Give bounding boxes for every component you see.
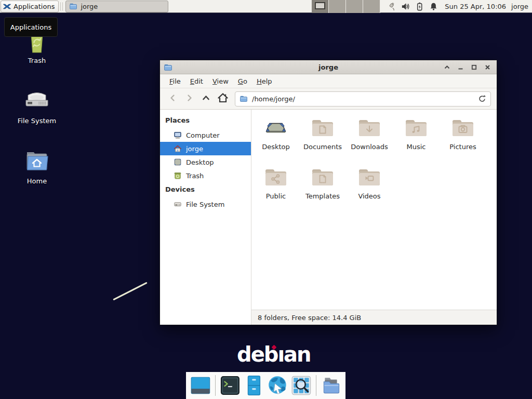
home-place-icon [174,144,182,153]
file-item-videos[interactable]: Videos [346,164,393,213]
workspace-1[interactable] [312,0,329,13]
files-folder-icon[interactable] [320,375,342,396]
window-taskbar: jorge [64,1,312,12]
menu-item-go[interactable]: Go [233,75,252,87]
taskbar-button-label: jorge [81,3,98,10]
network-icon[interactable] [387,2,396,11]
sidebar-item-label: File System [186,201,224,208]
file-item-desktop[interactable]: Desktop [252,114,299,164]
desktop-icon-home[interactable]: Home [7,148,66,185]
forward-icon [185,94,193,104]
menu-item-edit[interactable]: Edit [185,75,208,87]
maximize-button[interactable] [471,64,477,71]
sidebar-item-jorge[interactable]: jorge [160,142,251,155]
xfce-logo-icon [3,2,11,11]
sidebar-item-computer[interactable]: Computer [160,128,251,142]
toolbar: /home/jorge/ [160,88,497,110]
folder-icon [69,2,77,10]
file-manager-icon[interactable] [243,375,265,396]
path-folder-icon [240,95,248,103]
window-controls [444,64,497,71]
dock-separator [316,375,316,396]
file-item-label: Downloads [351,143,388,151]
workspace-switcher [312,0,380,13]
desktop-place-icon [174,158,182,166]
window-content: PlacesComputerjorgeDesktopTrashDevicesFi… [160,110,497,325]
menu-item-view[interactable]: View [208,75,233,87]
taskbar-button-jorge[interactable]: jorge [65,1,168,12]
back-button[interactable] [166,92,180,106]
battery-icon[interactable] [415,2,424,11]
workspace-4[interactable] [363,0,380,13]
show-desktop-icon[interactable] [190,375,211,396]
up-icon [202,94,210,104]
path-bar[interactable]: /home/jorge/ [235,91,491,107]
status-bar: 8 folders, Free space: 14.4 GiB [251,310,497,325]
sidebar-item-label: Desktop [186,158,214,166]
workspace-2[interactable] [329,0,346,13]
file-item-documents[interactable]: Documents [299,114,346,164]
window-folder-icon [164,63,172,72]
menu-item-file[interactable]: File [165,75,185,87]
applications-tooltip-label: Applications [10,23,51,31]
harddrive-icon [174,200,182,208]
home-button[interactable] [216,92,230,106]
path-input[interactable]: /home/jorge/ [252,95,478,103]
volume-icon[interactable] [401,2,410,11]
desktop-folder-icon [263,115,288,140]
sidebar-item-label: jorge [186,145,203,153]
home-desktop-icon [23,148,50,175]
close-button[interactable] [484,64,491,71]
shade-button[interactable] [444,64,450,71]
home-icon [217,92,229,105]
desktop-icon-file-system[interactable]: File System [7,87,66,125]
reload-button[interactable] [478,95,486,103]
terminal-icon[interactable] [219,375,241,396]
music-folder-icon [404,115,429,140]
file-item-label: Pictures [449,143,476,151]
desktop-icon-label: Trash [28,57,46,64]
window-titlebar[interactable]: jorge [160,60,497,74]
desktop-icon-column: TrashFile SystemHome [7,27,66,185]
places-sidebar: PlacesComputerjorgeDesktopTrashDevicesFi… [160,110,251,325]
app-finder-icon[interactable] [290,375,312,396]
file-item-public[interactable]: Public [252,164,299,213]
menu-item-help[interactable]: Help [252,75,277,87]
web-browser-icon[interactable] [267,375,288,396]
forward-button[interactable] [182,92,196,106]
file-item-label: Videos [358,192,380,200]
minimize-button[interactable] [457,64,464,71]
sidebar-header-devices: Devices [160,182,251,197]
file-item-music[interactable]: Music [393,114,440,164]
file-icon-view[interactable]: DesktopDocumentsDownloadsMusicPicturesPu… [251,110,497,310]
user-menu[interactable]: jorge [511,3,532,10]
file-item-label: Desktop [262,143,290,151]
file-item-label: Music [407,143,426,151]
sidebar-item-file-system[interactable]: File System [160,197,251,211]
workspace-3[interactable] [346,0,363,13]
panel-handle[interactable] [60,3,63,10]
applications-menu-label: Applications [14,3,55,10]
sidebar-item-desktop[interactable]: Desktop [160,155,251,169]
up-button[interactable] [199,92,213,106]
file-item-label: Documents [303,143,342,151]
file-item-templates[interactable]: Templates [299,164,346,213]
documents-folder-icon [310,115,335,140]
menu-bar: FileEditViewGoHelp [160,74,497,88]
public-folder-icon [263,165,288,190]
debian-logo-red-dot [272,345,277,350]
sidebar-item-label: Computer [186,131,220,139]
applications-menu-button[interactable]: Applications [1,1,59,12]
clock[interactable]: Sun 25 Apr, 10:06 [443,3,511,10]
top-panel: Applications jorge Sun 25 Apr, 10:06 jor… [0,0,532,13]
notifications-bell-icon[interactable] [429,2,438,11]
trash-place-icon [174,171,182,180]
back-icon [169,94,177,104]
sidebar-item-trash[interactable]: Trash [160,169,251,182]
status-text: 8 folders, Free space: 14.4 GiB [258,314,361,322]
computer-icon [174,131,182,139]
file-manager-window: jorge FileEditViewGoHelp /home/jorge/ Pl… [159,60,497,325]
desktop: { "panel": { "applications_label": "Appl… [0,0,532,399]
file-item-pictures[interactable]: Pictures [440,114,486,164]
file-item-downloads[interactable]: Downloads [346,114,393,164]
